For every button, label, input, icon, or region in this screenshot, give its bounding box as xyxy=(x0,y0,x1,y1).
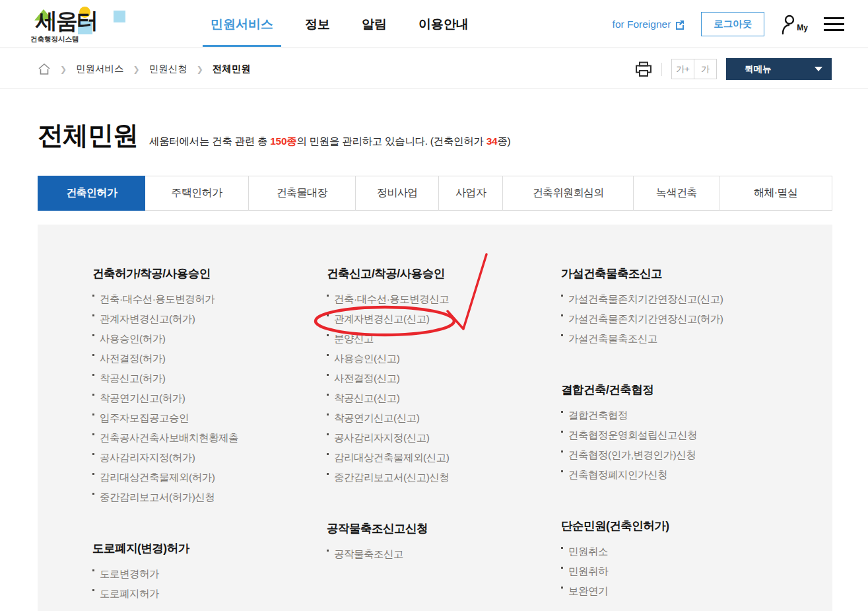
menu-group: 단순민원(건축인허가)민원취소민원취하보완연기 xyxy=(561,518,785,601)
logo-title: 세움터 xyxy=(36,7,97,36)
category-tab[interactable]: 사업자 xyxy=(438,176,503,211)
nav-item[interactable]: 민원서비스 xyxy=(195,0,289,48)
external-link-icon xyxy=(675,19,685,30)
menu-link[interactable]: 결합건축협정 xyxy=(561,406,628,425)
menu-link[interactable]: 사전결정(허가) xyxy=(92,349,165,369)
category-tab[interactable]: 주택인허가 xyxy=(145,176,248,211)
menu-link[interactable]: 민원취하 xyxy=(561,561,608,581)
content-panel: 건축허가/착공/사용승인건축·대수선·용도변경허가관계자변경신고(허가)사용승인… xyxy=(38,225,832,611)
main-nav: 민원서비스정보알림이용안내 xyxy=(195,0,484,48)
list-item: 가설건축물축조신고 xyxy=(561,329,785,349)
category-tab[interactable]: 건축위원회심의 xyxy=(502,176,634,211)
menu-link[interactable]: 건축협정운영회설립신고신청 xyxy=(561,425,697,445)
menu-link[interactable]: 사용승인(신고) xyxy=(327,349,399,369)
list-item: 건축협정폐지인가신청 xyxy=(561,465,785,485)
group-title: 가설건축물축조신고 xyxy=(561,266,785,281)
for-foreigner-link[interactable]: for Foreigner xyxy=(613,18,686,30)
menu-link[interactable]: 착공신고(신고) xyxy=(327,388,399,408)
my-page-button[interactable]: My xyxy=(780,14,808,35)
nav-item[interactable]: 정보 xyxy=(289,0,346,48)
menu-link[interactable]: 관계자변경신고(허가) xyxy=(92,309,195,329)
category-tab[interactable]: 해체·멸실 xyxy=(719,176,832,211)
menu-link[interactable]: 착공연기신고(허가) xyxy=(92,388,185,408)
menu-link[interactable]: 도로변경허가 xyxy=(92,564,159,584)
list-item: 가설건축물존치기간연장신고(허가) xyxy=(561,309,785,329)
list-item: 착공신고(신고) xyxy=(327,388,551,408)
menu-link[interactable]: 감리대상건축물제외(허가) xyxy=(92,468,215,487)
list-item: 결합건축협정 xyxy=(561,406,785,425)
list-item: 입주자모집공고승인 xyxy=(92,408,317,428)
menu-link[interactable]: 건축·대수선·용도변경허가 xyxy=(92,289,215,309)
menu-link[interactable]: 건축협정폐지인가신청 xyxy=(561,465,667,485)
logo[interactable]: 세움터 건축행정시스템 xyxy=(30,4,129,45)
category-tab[interactable]: 정비사업 xyxy=(355,176,439,211)
menu-group: 공작물축조신고신청공작물축조신고 xyxy=(327,521,551,564)
menu-column: 가설건축물축조신고가설건축물존치기간연장신고(신고)가설건축물존치기간연장신고(… xyxy=(561,225,785,601)
logo-subtitle: 건축행정시스템 xyxy=(30,35,79,44)
menu-link[interactable]: 감리대상건축물제외(신고) xyxy=(327,448,449,468)
menu-link[interactable]: 가설건축물존치기간연장신고(신고) xyxy=(561,289,723,309)
menu-link[interactable]: 보완연기 xyxy=(561,581,608,601)
category-tab[interactable]: 건축물대장 xyxy=(248,176,356,211)
list-item: 건축협정운영회설립신고신청 xyxy=(561,425,785,445)
menu-link[interactable]: 건축협정(인가,변경인가)신청 xyxy=(561,445,696,465)
list-item: 공사감리자지정(허가) xyxy=(92,448,317,468)
menu-link[interactable]: 사용승인(허가) xyxy=(92,329,165,349)
list-item: 사용승인(허가) xyxy=(92,329,317,349)
category-tab[interactable]: 건축인허가 xyxy=(38,176,145,211)
print-button[interactable] xyxy=(635,61,652,77)
desc-text: 세움터에서는 건축 관련 총 xyxy=(149,135,270,147)
chevron-right-icon: ❯ xyxy=(60,65,67,74)
menu-link[interactable]: 가설건축물축조신고 xyxy=(561,329,657,349)
header-right: for Foreigner 로그아웃 My xyxy=(613,0,844,48)
menu-icon[interactable] xyxy=(824,17,844,31)
category-tab[interactable]: 녹색건축 xyxy=(633,176,719,211)
group-list: 공작물축조신고 xyxy=(327,544,551,564)
group-list: 건축·대수선·용도변경허가관계자변경신고(허가)사용승인(허가)사전결정(허가)… xyxy=(92,289,317,507)
breadcrumb-item: 전체민원 xyxy=(213,63,251,75)
logo-art: 세움터 xyxy=(30,4,129,36)
menu-link[interactable]: 착공연기신고(신고) xyxy=(327,408,419,428)
menu-link[interactable]: 건축·대수선·용도변경신고 xyxy=(327,289,449,309)
list-item: 분양신고 xyxy=(327,329,551,349)
menu-link[interactable]: 공작물축조신고 xyxy=(327,544,403,564)
nav-item[interactable]: 알림 xyxy=(346,0,403,48)
list-item: 사전결정(신고) xyxy=(327,369,551,388)
breadcrumb-item[interactable]: 민원서비스 xyxy=(76,63,124,75)
menu-link[interactable]: 공사감리자지정(신고) xyxy=(327,428,429,448)
title-section: 전체민원 세움터에서는 건축 관련 총 150종의 민원을 관리하고 있습니다.… xyxy=(38,118,510,153)
group-title: 단순민원(건축인허가) xyxy=(561,518,785,534)
menu-link[interactable]: 관계자변경신고(신고) xyxy=(327,309,429,329)
menu-link[interactable]: 분양신고 xyxy=(327,329,374,349)
group-title: 도로폐지(변경)허가 xyxy=(92,540,317,556)
menu-link[interactable]: 사전결정(신고) xyxy=(327,369,399,388)
menu-link[interactable]: 건축공사건축사보배치현황제출 xyxy=(92,428,238,448)
logout-button[interactable]: 로그아웃 xyxy=(701,12,764,36)
menu-link[interactable]: 중간감리보고서(신고)신청 xyxy=(327,468,449,487)
desc-text: 의 민원을 관리하고 있습니다. (건축인허가 xyxy=(296,135,486,147)
menu-link[interactable]: 민원취소 xyxy=(561,542,608,561)
menu-group: 건축허가/착공/사용승인건축·대수선·용도변경허가관계자변경신고(허가)사용승인… xyxy=(92,266,317,507)
list-item: 공작물축조신고 xyxy=(327,544,551,564)
nav-item[interactable]: 이용안내 xyxy=(403,0,484,48)
seumter-page: 세움터 건축행정시스템 민원서비스정보알림이용안내 for Foreigner … xyxy=(0,0,868,611)
list-item: 착공연기신고(허가) xyxy=(92,388,317,408)
list-item: 감리대상건축물제외(신고) xyxy=(327,448,551,468)
font-decrease-button[interactable]: 가 xyxy=(694,59,717,79)
menu-link[interactable]: 입주자모집공고승인 xyxy=(92,408,189,428)
menu-link[interactable]: 중간감리보고서(허가)신청 xyxy=(92,487,215,507)
menu-link[interactable]: 공사감리자지정(허가) xyxy=(92,448,195,468)
chevron-right-icon: ❯ xyxy=(133,65,140,74)
quick-menu-dropdown[interactable]: 퀵메뉴 xyxy=(726,58,832,80)
divider xyxy=(661,63,662,76)
home-icon[interactable] xyxy=(38,63,51,75)
for-foreigner-label: for Foreigner xyxy=(613,18,671,30)
group-title: 건축신고/착공/사용승인 xyxy=(327,266,551,281)
group-list: 도로변경허가도로폐지허가 xyxy=(92,564,317,604)
menu-link[interactable]: 도로폐지허가 xyxy=(92,584,159,604)
font-increase-button[interactable]: 가+ xyxy=(671,59,694,79)
menu-link[interactable]: 가설건축물존치기간연장신고(허가) xyxy=(561,309,723,329)
breadcrumb-item[interactable]: 민원신청 xyxy=(149,63,187,75)
menu-link[interactable]: 착공신고(허가) xyxy=(92,369,165,388)
desc-text: 종) xyxy=(497,135,510,147)
